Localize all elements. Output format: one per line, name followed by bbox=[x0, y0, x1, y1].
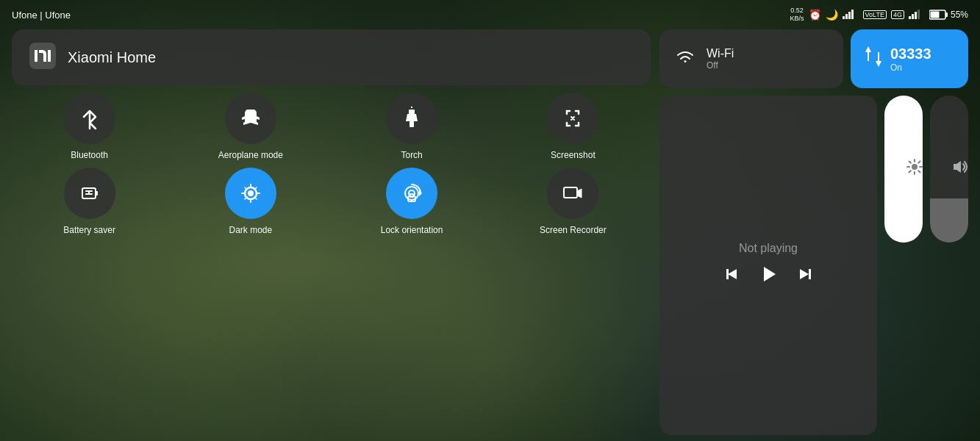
svg-rect-27 bbox=[564, 187, 577, 198]
svg-line-44 bbox=[918, 171, 920, 172]
svg-rect-6 bbox=[915, 12, 917, 19]
mobile-data-tile[interactable]: 03333 On bbox=[851, 29, 968, 88]
svg-rect-2 bbox=[848, 12, 851, 19]
volume-icon bbox=[952, 159, 968, 179]
svg-marker-35 bbox=[764, 267, 776, 282]
brightness-slider[interactable] bbox=[884, 96, 923, 243]
toggle-battery-saver[interactable]: Battery saver bbox=[12, 168, 167, 237]
svg-marker-47 bbox=[954, 161, 961, 173]
battery-saver-circle bbox=[64, 168, 115, 219]
control-center: Ufone | Ufone 0.52 KB/s ⏰ 🌙 VoLTE 4G 55% bbox=[0, 0, 980, 441]
signal-icon bbox=[843, 9, 859, 21]
right-panel: Wi-Fi Off 03333 bbox=[659, 29, 968, 435]
screen-recorder-label: Screen Recorder bbox=[540, 225, 607, 237]
svg-line-43 bbox=[909, 161, 911, 162]
svg-line-46 bbox=[909, 171, 911, 172]
signal2-icon bbox=[909, 9, 925, 21]
lock-orientation-circle bbox=[386, 168, 437, 219]
svg-marker-36 bbox=[800, 269, 809, 279]
toggle-screenshot[interactable]: Screenshot bbox=[496, 93, 651, 162]
speed-indicator: 0.52 KB/s bbox=[790, 7, 804, 23]
svg-rect-7 bbox=[918, 10, 920, 19]
data-status-label: On bbox=[890, 62, 931, 73]
volte-badge: VoLTE bbox=[863, 10, 887, 19]
screenshot-circle bbox=[547, 93, 598, 144]
svg-rect-34 bbox=[726, 269, 729, 279]
brightness-icon bbox=[906, 159, 923, 179]
wifi-info: Wi-Fi Off bbox=[707, 47, 734, 71]
screen-recorder-circle bbox=[547, 168, 598, 219]
wifi-status: Off bbox=[707, 60, 734, 71]
aeroplane-circle bbox=[225, 93, 276, 144]
svg-rect-13 bbox=[409, 121, 414, 127]
wifi-icon bbox=[674, 48, 696, 71]
carrier-text: Ufone | Ufone bbox=[12, 10, 71, 21]
svg-rect-12 bbox=[409, 110, 415, 114]
data-info: 03333 On bbox=[890, 46, 931, 73]
svg-rect-1 bbox=[845, 14, 848, 19]
svg-line-45 bbox=[918, 161, 920, 162]
toggle-screen-recorder[interactable]: Screen Recorder bbox=[496, 168, 651, 237]
aeroplane-label: Aeroplane mode bbox=[218, 150, 283, 162]
xiaomi-home-label: Xiaomi Home bbox=[68, 49, 156, 66]
main-content: Xiaomi Home Bluetooth bbox=[0, 26, 980, 441]
svg-rect-37 bbox=[809, 269, 811, 279]
torch-circle bbox=[386, 93, 437, 144]
svg-point-38 bbox=[912, 164, 918, 170]
svg-rect-10 bbox=[930, 12, 939, 18]
xiaomi-home-button[interactable]: Xiaomi Home bbox=[12, 29, 651, 85]
bluetooth-circle bbox=[64, 93, 115, 144]
prev-track-button[interactable] bbox=[723, 265, 740, 287]
moon-icon: 🌙 bbox=[826, 9, 838, 21]
left-panel: Xiaomi Home Bluetooth bbox=[12, 29, 651, 435]
data-name-label: 03333 bbox=[890, 46, 931, 62]
svg-rect-11 bbox=[29, 43, 56, 69]
battery-saver-label: Battery saver bbox=[63, 225, 115, 237]
svg-rect-3 bbox=[851, 10, 854, 19]
toggle-lock-orientation[interactable]: Lock orientation bbox=[335, 168, 490, 237]
toggle-aeroplane[interactable]: Aeroplane mode bbox=[173, 93, 328, 162]
dark-mode-circle bbox=[225, 168, 276, 219]
svg-rect-0 bbox=[843, 16, 845, 19]
toggle-bluetooth[interactable]: Bluetooth bbox=[12, 93, 167, 162]
svg-point-21 bbox=[248, 190, 254, 196]
play-button[interactable] bbox=[758, 264, 779, 290]
svg-marker-31 bbox=[876, 61, 881, 67]
wifi-tile[interactable]: Wi-Fi Off bbox=[659, 29, 843, 88]
screenshot-label: Screenshot bbox=[551, 150, 595, 162]
wifi-name: Wi-Fi bbox=[707, 47, 734, 60]
svg-marker-29 bbox=[865, 46, 871, 52]
svg-marker-33 bbox=[728, 269, 737, 279]
volume-slider[interactable] bbox=[930, 96, 968, 243]
svg-rect-4 bbox=[909, 16, 911, 19]
toggles-grid: Bluetooth Aeroplane mode bbox=[12, 93, 651, 236]
media-controls bbox=[723, 264, 814, 290]
data-arrows-icon bbox=[865, 46, 881, 71]
status-icons: 0.52 KB/s ⏰ 🌙 VoLTE 4G 55% bbox=[790, 7, 968, 23]
status-bar: Ufone | Ufone 0.52 KB/s ⏰ 🌙 VoLTE 4G 55% bbox=[0, 0, 980, 26]
dark-mode-label: Dark mode bbox=[229, 225, 273, 237]
bottom-right-row: Not playing bbox=[659, 96, 968, 435]
media-player: Not playing bbox=[659, 96, 877, 435]
svg-rect-16 bbox=[96, 191, 98, 196]
next-track-button[interactable] bbox=[796, 265, 814, 287]
not-playing-text: Not playing bbox=[739, 242, 798, 255]
battery-icon: 55% bbox=[929, 10, 968, 20]
bluetooth-label: Bluetooth bbox=[71, 150, 108, 162]
toggle-dark-mode[interactable]: Dark mode bbox=[173, 168, 328, 237]
alarm-icon: ⏰ bbox=[809, 9, 821, 21]
toggle-torch[interactable]: Torch bbox=[335, 93, 490, 162]
battery-percent: 55% bbox=[951, 10, 968, 20]
top-right-row: Wi-Fi Off 03333 bbox=[659, 29, 968, 88]
svg-rect-9 bbox=[945, 12, 948, 17]
torch-label: Torch bbox=[401, 150, 422, 162]
xiaomi-logo-icon bbox=[29, 43, 56, 72]
svg-rect-5 bbox=[912, 14, 914, 19]
4g-badge: 4G bbox=[891, 10, 904, 19]
lock-orientation-label: Lock orientation bbox=[381, 225, 443, 237]
